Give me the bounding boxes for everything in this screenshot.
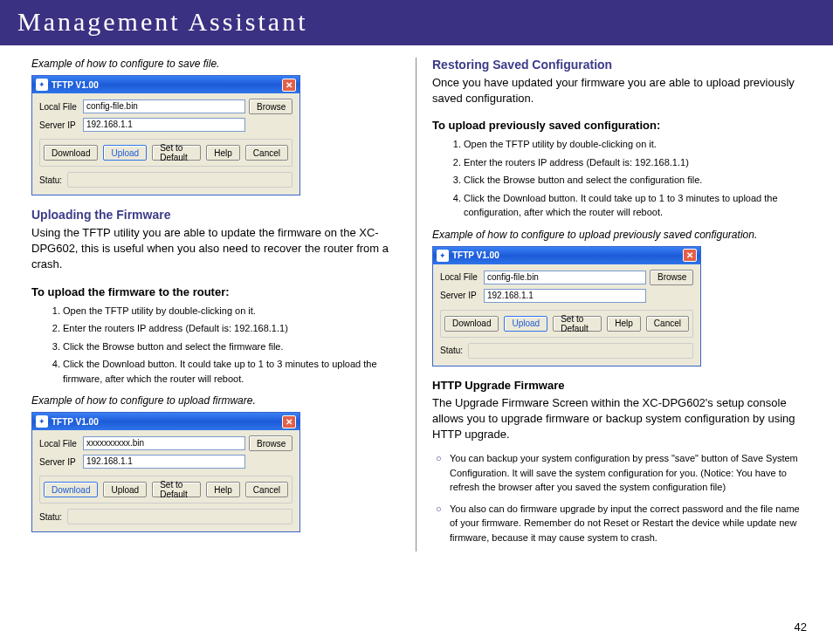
page-title: Management Assistant — [17, 7, 307, 36]
set-default-button[interactable]: Set to Default — [152, 145, 201, 161]
local-file-label: Local File — [39, 102, 83, 112]
download-button[interactable]: Download — [44, 482, 98, 497]
status-box — [468, 343, 693, 359]
list-item: Open the TFTP utility by double-clicking… — [464, 137, 802, 152]
set-default-button[interactable]: Set to Default — [553, 316, 602, 332]
left-column: Example of how to configure to save file… — [31, 58, 416, 552]
close-icon[interactable]: ✕ — [282, 415, 296, 428]
server-ip-input[interactable]: 192.168.1.1 — [83, 118, 245, 132]
list-item: You can backup your system configuration… — [450, 451, 802, 495]
set-default-button[interactable]: Set to Default — [152, 482, 201, 497]
upload-button[interactable]: Upload — [504, 316, 547, 332]
caption-upload-config: Example of how to configure to upload pr… — [432, 229, 802, 241]
help-button[interactable]: Help — [607, 316, 641, 332]
status-label: Statu: — [39, 175, 62, 185]
uploading-body: Using the TFTP utility you are able to u… — [31, 225, 400, 273]
help-button[interactable]: Help — [206, 145, 240, 161]
list-item: Click the Download button. It could take… — [63, 357, 400, 386]
browse-button[interactable]: Browse — [650, 270, 693, 285]
server-ip-label: Server IP — [39, 120, 83, 130]
list-item: Click the Browse button and select the c… — [464, 173, 802, 188]
cancel-button[interactable]: Cancel — [245, 482, 288, 497]
server-ip-input[interactable]: 192.168.1.1 — [484, 289, 646, 303]
page-title-bar: Management Assistant — [0, 0, 833, 45]
list-item: Click the Download button. It could take… — [464, 191, 802, 220]
server-ip-label: Server IP — [39, 457, 83, 467]
close-icon[interactable]: ✕ — [683, 249, 697, 262]
status-label: Statu: — [440, 346, 463, 355]
http-body: The Upgrade Firmware Screen within the X… — [432, 395, 802, 443]
caption-upload-firmware: Example of how to configure to upload fi… — [31, 394, 400, 407]
window-title: TFTP V1.00 — [52, 417, 282, 427]
server-ip-input[interactable]: 192.168.1.1 — [83, 455, 245, 469]
page-number: 42 — [795, 620, 807, 634]
list-item: You also can do firmware upgrade by inpu… — [450, 502, 802, 545]
restoring-heading: Restoring Saved Configuration — [432, 58, 802, 72]
status-label: Statu: — [39, 512, 62, 522]
titlebar: ✦ TFTP V1.00 ✕ — [32, 76, 299, 93]
list-item: Click the Browse button and select the f… — [63, 339, 400, 354]
status-box — [67, 172, 293, 188]
http-bullets: You can backup your system configuration… — [432, 451, 802, 545]
tftp-window-save: ✦ TFTP V1.00 ✕ Local File config-file.bi… — [31, 75, 300, 195]
list-item: Open the TFTP utility by double-clicking… — [63, 304, 400, 319]
titlebar: ✦ TFTP V1.00 ✕ — [433, 247, 700, 264]
app-icon: ✦ — [36, 79, 48, 91]
window-title: TFTP V1.00 — [452, 250, 683, 260]
restore-steps-heading: To upload previously saved configuration… — [432, 119, 802, 132]
app-icon: ✦ — [437, 250, 449, 262]
uploading-heading: Uploading the Firmware — [31, 208, 400, 222]
tftp-window-restore: ✦ TFTP V1.00 ✕ Local File config-file.bi… — [432, 246, 701, 367]
upload-steps-list: Open the TFTP utility by double-clicking… — [31, 304, 400, 387]
tftp-window-firmware: ✦ TFTP V1.00 ✕ Local File xxxxxxxxxx.bin… — [31, 412, 300, 532]
restore-steps-list: Open the TFTP utility by double-clicking… — [432, 137, 802, 220]
window-title: TFTP V1.00 — [52, 80, 282, 90]
local-file-label: Local File — [39, 439, 83, 449]
help-button[interactable]: Help — [206, 482, 240, 497]
local-file-input[interactable]: config-file.bin — [484, 271, 646, 284]
titlebar: ✦ TFTP V1.00 ✕ — [32, 413, 299, 430]
local-file-input[interactable]: config-file.bin — [83, 99, 245, 113]
app-icon: ✦ — [36, 415, 48, 428]
upload-button[interactable]: Upload — [103, 145, 147, 161]
local-file-input[interactable]: xxxxxxxxxx.bin — [83, 436, 245, 450]
http-heading: HTTP Upgrade Firmware — [432, 379, 802, 392]
caption-save-file: Example of how to configure to save file… — [31, 58, 400, 70]
upload-button[interactable]: Upload — [103, 482, 147, 497]
restoring-body: Once you have updated your firmware you … — [432, 75, 802, 106]
browse-button[interactable]: Browse — [249, 99, 293, 114]
close-icon[interactable]: ✕ — [282, 79, 296, 92]
cancel-button[interactable]: Cancel — [646, 316, 689, 332]
upload-steps-heading: To upload the firmware to the router: — [31, 285, 400, 298]
cancel-button[interactable]: Cancel — [245, 145, 288, 161]
server-ip-label: Server IP — [440, 291, 484, 300]
status-box — [67, 509, 293, 524]
browse-button[interactable]: Browse — [249, 435, 293, 451]
download-button[interactable]: Download — [44, 145, 98, 161]
download-button[interactable]: Download — [444, 316, 499, 332]
list-item: Enter the routers IP address (Default is… — [63, 321, 400, 336]
right-column: Restoring Saved Configuration Once you h… — [416, 58, 802, 552]
list-item: Enter the routers IP address (Default is… — [464, 155, 802, 170]
local-file-label: Local File — [440, 272, 484, 282]
